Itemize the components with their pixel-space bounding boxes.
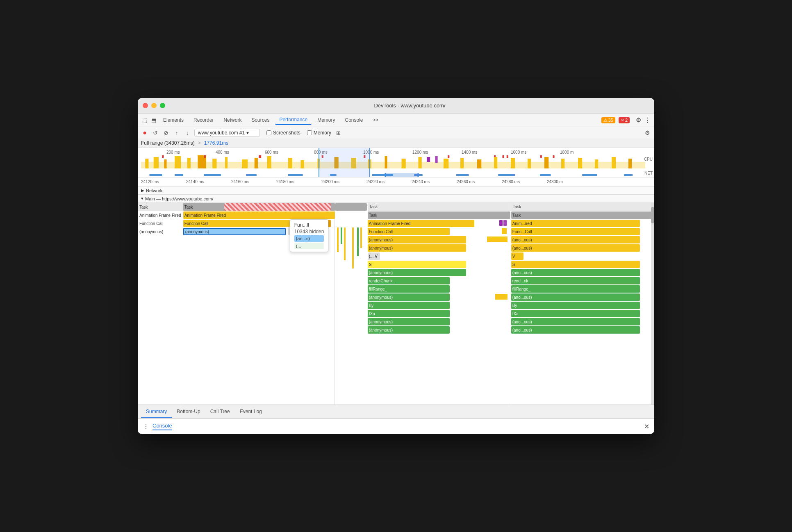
load-profile-button[interactable]: ↑ — [173, 129, 180, 136]
svg-rect-49 — [246, 174, 257, 176]
devtools-window: DevTools - www.youtube.com/ ⬚ ⬒ Elements… — [138, 98, 654, 434]
tab-bottom-up[interactable]: Bottom-Up — [172, 406, 205, 418]
tab-recorder[interactable]: Recorder — [189, 116, 218, 125]
right-anon-5: (ano...ous) — [511, 318, 654, 326]
main-timeline: ▾ Main — https://www.youtube.com/ Task A… — [138, 195, 654, 405]
mid-anon-bar-1[interactable]: (anonymous) — [368, 236, 466, 243]
right-anon-bar-3[interactable]: (ano...ous) — [511, 269, 640, 276]
label-empty-6 — [138, 277, 183, 285]
right-s-bar[interactable]: S — [511, 261, 640, 268]
selected-range: 1776.91ms — [204, 140, 228, 146]
right-rend-bar[interactable]: rend...nk_ — [511, 277, 640, 284]
tab-elements[interactable]: Elements — [159, 116, 188, 125]
save-profile-button[interactable]: ↓ — [184, 129, 191, 136]
network-section-row[interactable]: ▶ Network — [138, 186, 654, 195]
detail-mark-3: 24180 ms — [276, 180, 294, 184]
cursor-icon[interactable]: ⬚ — [141, 116, 148, 124]
svg-rect-56 — [540, 174, 551, 176]
right-task-row: Task — [511, 211, 654, 219]
tab-network[interactable]: Network — [219, 116, 246, 125]
memory-checkbox[interactable] — [307, 130, 312, 135]
record-button[interactable]: ● — [141, 129, 148, 136]
right-anim-bar[interactable]: Anim...ired — [511, 220, 640, 227]
tab-console[interactable]: Console — [341, 116, 367, 125]
right-ixa-bar[interactable]: IXa — [511, 310, 640, 317]
mid-s-row: S — [368, 260, 511, 268]
mid-anon-bar-4[interactable]: (anonymous) — [368, 293, 450, 301]
console-close-button[interactable]: ✕ — [644, 423, 649, 430]
mid-s-bar[interactable]: S — [368, 261, 466, 268]
mid-anon-bar-3[interactable]: (anonymous) — [368, 269, 466, 276]
anim-frame-row: Animation Frame Fired — [183, 211, 335, 219]
mid-ixa-bar[interactable]: IXa — [368, 310, 450, 317]
capture-settings-button[interactable]: ⊞ — [335, 129, 342, 136]
tab-sources[interactable]: Sources — [247, 116, 273, 125]
toolbar-settings-button[interactable]: ⚙ — [644, 129, 651, 136]
right-fillRange-bar[interactable]: fillRange_ — [511, 285, 640, 293]
svg-rect-33 — [419, 157, 422, 168]
url-selector[interactable]: www.youtube.com #1 ▾ — [194, 129, 260, 137]
mid-anon-bar-6[interactable]: (anonymous) — [368, 326, 450, 334]
tab-call-tree[interactable]: Call Tree — [205, 406, 235, 418]
right-anon-bar-2[interactable]: (ano...ous) — [511, 244, 640, 252]
task-bar-row: Task — [183, 203, 335, 211]
mid-renderChunk-bar[interactable]: renderChunk_ — [368, 277, 450, 284]
right-col-header: Task — [511, 203, 654, 211]
label-empty-2 — [138, 244, 183, 252]
function-call-bar[interactable]: Function Call — [183, 220, 290, 227]
main-section-label: Main — https://www.youtube.com/ — [145, 196, 213, 201]
mid-task-bar[interactable]: Task — [368, 211, 510, 219]
screenshots-checkbox[interactable] — [266, 130, 271, 135]
mark-1400: 1400 ms — [462, 150, 477, 155]
error-icon: ✕ — [621, 118, 624, 123]
svg-rect-25 — [288, 158, 292, 168]
svg-rect-20 — [507, 155, 508, 158]
tab-event-log[interactable]: Event Log — [235, 406, 267, 418]
scrollbar-thumb[interactable] — [651, 207, 654, 223]
mid-anim-bar[interactable]: Animation Frame Fired — [368, 220, 474, 227]
mid-anon-bar-2[interactable]: (anonymous) — [368, 244, 466, 252]
close-button[interactable] — [143, 103, 148, 108]
right-anon-bar-4[interactable]: (ano...ous) — [511, 293, 640, 301]
right-by-bar[interactable]: By — [511, 302, 640, 309]
mid-anon-bar-5[interactable]: (anonymous) — [368, 318, 450, 325]
mid-by: By — [368, 301, 511, 309]
cpu-label: CPU — [644, 157, 653, 161]
settings-button[interactable]: ⚙ — [635, 116, 642, 124]
right-task-bar[interactable]: Task — [511, 211, 654, 219]
tab-memory[interactable]: Memory — [313, 116, 339, 125]
tab-summary[interactable]: Summary — [141, 406, 172, 418]
timeline-overview[interactable]: 200 ms 400 ms 600 ms 800 ms 1000 ms 1200… — [138, 148, 654, 177]
anim-frame-bar[interactable]: Animation Frame Fired — [183, 211, 335, 219]
vertical-scrollbar[interactable] — [651, 203, 654, 405]
function-call-label: Function Call — [184, 221, 208, 226]
right-func-bar[interactable]: Func...Call — [511, 228, 640, 235]
row-empty-11 — [183, 293, 335, 301]
mid-fillRange-bar[interactable]: fillRange_ — [368, 285, 450, 293]
right-anon-bar-1[interactable]: (ano...ous) — [511, 236, 640, 243]
right-anon-bar-5[interactable]: (ano...ous) — [511, 318, 640, 325]
tab-performance[interactable]: Performance — [275, 115, 312, 125]
tab-more[interactable]: >> — [369, 116, 383, 125]
timeline-selection[interactable] — [319, 148, 370, 177]
inspect-icon[interactable]: ⬒ — [150, 116, 157, 124]
mid-by-bar[interactable]: By — [368, 302, 450, 309]
svg-rect-48 — [204, 174, 221, 176]
right-anon-bar-6[interactable]: (ano...ous) — [511, 326, 640, 334]
full-range-label: Full range (34307.26ms) — [141, 140, 195, 146]
right-v-bar[interactable]: V — [511, 252, 523, 260]
console-tab[interactable]: Console — [152, 423, 172, 430]
clear-button[interactable]: ⊘ — [162, 129, 170, 136]
tooltip-line1: Fun...ll — [294, 222, 324, 228]
mini-row-2 — [335, 219, 368, 227]
mid-func-bar[interactable]: Function Call — [368, 228, 450, 235]
error-badge: ✕ 2 — [619, 117, 630, 123]
flame-col-main: Task Animation Frame Fired F — [183, 203, 335, 405]
console-menu-button[interactable]: ⋮ — [143, 423, 149, 430]
reload-record-button[interactable]: ↺ — [152, 129, 159, 136]
more-button[interactable]: ⋮ — [644, 116, 651, 124]
minimize-button[interactable] — [151, 103, 157, 108]
svg-rect-47 — [175, 174, 183, 176]
anonymous-bar[interactable]: (anonymous) — [183, 228, 286, 235]
maximize-button[interactable] — [160, 103, 165, 108]
